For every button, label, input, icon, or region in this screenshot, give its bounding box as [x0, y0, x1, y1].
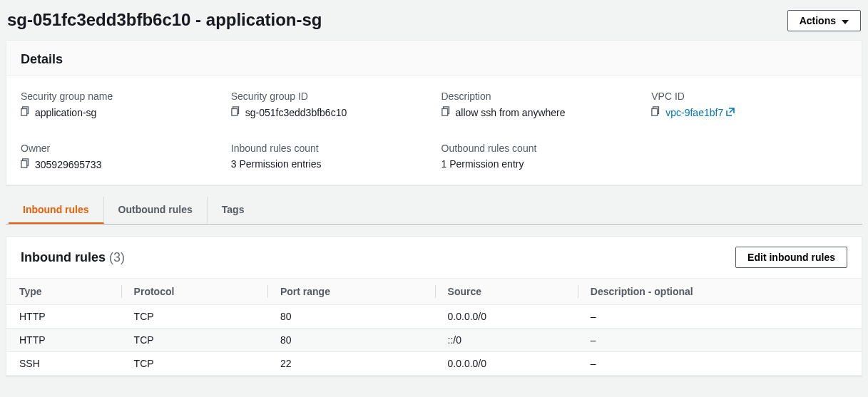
- col-source[interactable]: Source: [435, 279, 578, 305]
- col-protocol[interactable]: Protocol: [121, 279, 267, 305]
- rules-count: (3): [109, 250, 125, 264]
- table-row[interactable]: HTTPTCP800.0.0.0/0–: [6, 305, 862, 329]
- svg-rect-7: [652, 109, 658, 116]
- detail-label: Description: [441, 91, 638, 102]
- svg-rect-3: [232, 109, 238, 116]
- external-link-icon: [726, 107, 735, 118]
- svg-rect-1: [21, 109, 27, 116]
- caret-down-icon: [842, 15, 849, 26]
- svg-rect-9: [21, 161, 27, 168]
- copy-icon[interactable]: [21, 158, 31, 170]
- cell-type: HTTP: [6, 329, 121, 352]
- rules-panel-title: Inbound rules (3): [21, 250, 125, 265]
- details-panel: Details Security group name application-…: [6, 40, 862, 185]
- detail-sg-name: Security group name application-sg: [21, 91, 217, 118]
- cell-desc: –: [578, 352, 862, 376]
- actions-button[interactable]: Actions: [787, 10, 861, 31]
- cell-source: 0.0.0.0/0: [435, 352, 578, 376]
- cell-port: 80: [267, 329, 435, 352]
- detail-label: VPC ID: [651, 91, 847, 102]
- detail-vpc-id: VPC ID vpc-9fae1bf7: [651, 91, 847, 118]
- detail-inbound-count: Inbound rules count 3 Permission entries: [231, 143, 427, 170]
- tab-outbound-rules[interactable]: Outbound rules: [104, 197, 208, 224]
- detail-value: 3 Permission entries: [231, 158, 322, 170]
- col-description[interactable]: Description - optional: [578, 279, 862, 305]
- tabs: Inbound rules Outbound rules Tags: [6, 197, 862, 225]
- cell-protocol: TCP: [121, 305, 267, 329]
- detail-outbound-count: Outbound rules count 1 Permission entry: [441, 143, 638, 170]
- cell-port: 22: [267, 352, 435, 376]
- cell-desc: –: [578, 329, 862, 352]
- detail-value: 1 Permission entry: [441, 158, 524, 170]
- detail-label: Security group ID: [231, 91, 427, 102]
- inbound-rules-table: Type Protocol Port range Source Descript…: [6, 278, 862, 376]
- cell-type: SSH: [6, 352, 121, 376]
- cell-source: 0.0.0.0/0: [435, 305, 578, 329]
- actions-label: Actions: [800, 15, 836, 26]
- detail-value: 305929695733: [35, 159, 101, 170]
- cell-type: HTTP: [6, 305, 121, 329]
- cell-source: ::/0: [435, 329, 578, 352]
- vpc-link[interactable]: vpc-9fae1bf7: [665, 107, 735, 118]
- detail-label: Owner: [21, 143, 217, 154]
- detail-value: allow ssh from anywhere: [456, 107, 566, 118]
- cell-protocol: TCP: [121, 329, 267, 352]
- inbound-rules-panel: Inbound rules (3) Edit inbound rules Typ…: [6, 236, 862, 376]
- cell-protocol: TCP: [121, 352, 267, 376]
- copy-icon[interactable]: [231, 106, 241, 118]
- cell-desc: –: [578, 305, 862, 329]
- copy-icon[interactable]: [651, 106, 661, 118]
- copy-icon[interactable]: [441, 106, 451, 118]
- detail-value: sg-051fc3edd3bfb6c10: [245, 107, 347, 118]
- detail-sg-id: Security group ID sg-051fc3edd3bfb6c10: [231, 91, 427, 118]
- detail-label: Inbound rules count: [231, 143, 427, 154]
- details-panel-title: Details: [6, 41, 862, 76]
- detail-owner: Owner 305929695733: [21, 143, 217, 170]
- col-port-range[interactable]: Port range: [267, 279, 435, 305]
- svg-rect-5: [441, 109, 447, 116]
- copy-icon[interactable]: [21, 106, 31, 118]
- table-row[interactable]: HTTPTCP80::/0–: [6, 329, 862, 352]
- detail-value: vpc-9fae1bf7: [665, 107, 723, 118]
- rules-title-text: Inbound rules: [21, 250, 106, 264]
- tab-inbound-rules[interactable]: Inbound rules: [9, 197, 104, 224]
- tab-tags[interactable]: Tags: [208, 197, 259, 224]
- edit-inbound-rules-button[interactable]: Edit inbound rules: [735, 247, 847, 268]
- table-row[interactable]: SSHTCP220.0.0.0/0–: [6, 352, 862, 376]
- cell-port: 80: [267, 305, 435, 329]
- detail-description: Description allow ssh from anywhere: [441, 91, 638, 118]
- detail-label: Outbound rules count: [441, 143, 638, 154]
- page-title: sg-051fc3edd3bfb6c10 - application-sg: [7, 10, 322, 30]
- detail-label: Security group name: [21, 91, 217, 102]
- detail-value: application-sg: [35, 107, 96, 118]
- col-type[interactable]: Type: [6, 279, 121, 305]
